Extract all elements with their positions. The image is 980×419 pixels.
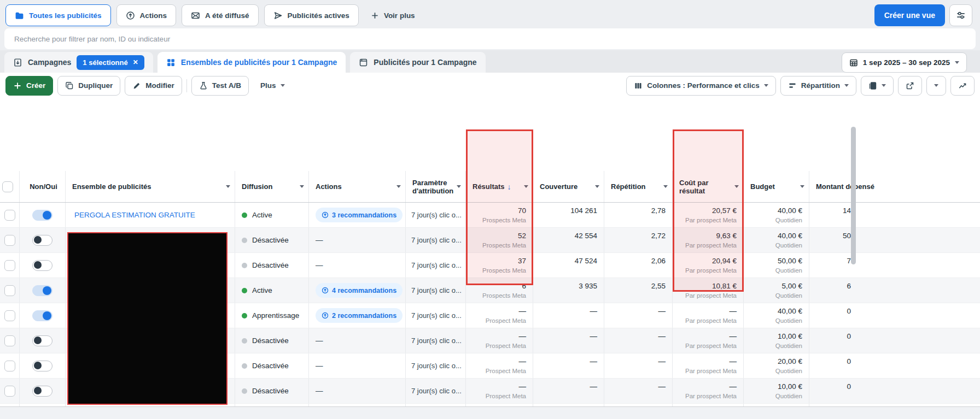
column-header-10[interactable]: Montant dépensé (809, 171, 980, 202)
column-label: Actions (316, 182, 342, 191)
column-header-9[interactable]: Budget (744, 171, 809, 202)
filter-chip-1[interactable]: Actions (116, 4, 177, 26)
campaign-icon (13, 58, 22, 67)
see-more-button[interactable]: Voir plus (364, 4, 422, 26)
row-checkbox[interactable] (4, 260, 15, 271)
search-input[interactable]: Recherche pour filtrer par nom, ID ou in… (4, 28, 976, 49)
create-button[interactable]: Créer (5, 76, 53, 96)
filter-chip-0[interactable]: Toutes les publicités (5, 4, 111, 26)
results-cell-value: — (519, 382, 527, 392)
select-all-checkbox[interactable] (2, 181, 13, 192)
chevron-down-icon[interactable] (396, 185, 401, 188)
row-active-toggle[interactable] (32, 210, 52, 221)
vertical-scrollbar[interactable] (851, 127, 856, 264)
pencil-icon (132, 81, 141, 90)
column-header-4[interactable]: Paramètre d'attribution (406, 171, 466, 202)
create-view-button[interactable]: Créer une vue (874, 4, 945, 26)
reach-cell-value: — (590, 332, 598, 341)
adset-name-link[interactable]: OFFRE PROMOTION (66, 236, 147, 244)
chevron-down-icon[interactable] (524, 185, 528, 188)
cost-per-result-cell-label: Par prospect Meta (685, 266, 737, 275)
column-header-2[interactable]: Diffusion (235, 171, 309, 202)
actions-cell: — (309, 353, 406, 378)
filter-settings-button[interactable] (949, 4, 972, 26)
column-header-5[interactable]: Résultats↓ (466, 171, 533, 202)
actions-cell: — (309, 379, 406, 403)
breakdown-button[interactable]: Répartition (780, 76, 856, 96)
row-checkbox[interactable] (4, 361, 15, 371)
chevron-down-icon[interactable] (800, 185, 804, 188)
column-header-1[interactable]: Ensemble de publicités (66, 171, 235, 202)
status-dot (242, 313, 247, 318)
recommendations-pill[interactable]: 3 recommandations (316, 208, 402, 222)
tab-2[interactable]: Publicités pour 1 Campagne (350, 52, 485, 73)
filter-chip-2[interactable]: A été diffusé (182, 4, 259, 26)
row-active-toggle[interactable] (32, 285, 52, 296)
row-checkbox[interactable] (4, 235, 15, 246)
adset-name-link[interactable]: PERGOLA ESTIMATION GRATUITE (66, 211, 195, 219)
amount-spent-cell: 50 (809, 228, 980, 252)
columns-button[interactable]: Colonnes : Performance et clics (626, 76, 776, 96)
filter-chip-3[interactable]: Publicités actives (264, 4, 359, 26)
column-header-6[interactable]: Couverture (533, 171, 604, 202)
column-header-8[interactable]: Coût par résultat (673, 171, 744, 202)
tab-0[interactable]: Campagnes1 sélectionné✕ (4, 52, 153, 73)
cost-per-result-cell: —Par prospect Meta (673, 303, 744, 328)
column-header-7[interactable]: Répétition (604, 171, 673, 202)
budget-cell: 40,00 €Quotidien (744, 303, 809, 328)
date-range-button[interactable]: 1 sep 2025 – 30 sep 2025 (842, 52, 967, 73)
column-header-3[interactable]: Actions (309, 171, 406, 202)
chevron-down-icon[interactable] (226, 185, 230, 188)
export-icon (906, 81, 914, 90)
row-checkbox[interactable] (4, 285, 15, 296)
row-active-toggle[interactable] (32, 260, 52, 271)
frequency-cell-value: — (658, 306, 666, 316)
actions-cell: — (309, 328, 406, 353)
frequency-cell-value: — (658, 357, 666, 367)
delivery-status: Apprentissage (252, 311, 299, 320)
amount-spent-cell-value: 0 (847, 332, 851, 341)
row-checkbox[interactable] (4, 386, 15, 397)
chevron-down-icon[interactable] (595, 185, 599, 188)
chevron-down-icon[interactable] (300, 185, 304, 188)
empty-value: — (316, 261, 323, 269)
more-button[interactable]: Plus (253, 76, 292, 96)
export-options-button[interactable] (926, 76, 946, 96)
row-active-toggle[interactable] (32, 361, 52, 371)
chevron-down-icon[interactable] (734, 185, 739, 188)
selected-count-badge[interactable]: 1 sélectionné✕ (77, 55, 144, 70)
reports-button[interactable] (861, 76, 894, 96)
cost-per-result-cell-label: Par prospect Meta (685, 341, 737, 350)
charts-button[interactable] (950, 76, 975, 96)
adset-name-link[interactable]: PERGOLA FINANCEMENT (66, 261, 165, 269)
row-checkbox[interactable] (4, 335, 15, 346)
table-row: RETARGETTINGActive4 recommandations7 jou… (0, 278, 980, 303)
chevron-down-icon[interactable] (663, 185, 668, 188)
chevron-down-icon[interactable] (457, 185, 461, 188)
edit-button[interactable]: Modifier (125, 76, 182, 96)
row-checkbox[interactable] (4, 310, 15, 321)
adset-name-link[interactable]: RETARGETTING (66, 286, 132, 294)
tab-1[interactable]: Ensembles de publicités pour 1 Campagne (158, 52, 346, 73)
cost-per-result-cell: 20,94 €Par prospect Meta (673, 253, 744, 278)
adset-name-cell: OFFRE PROMOTION (66, 228, 235, 252)
row-active-toggle[interactable] (32, 235, 52, 246)
recommendations-pill[interactable]: 4 recommandations (316, 283, 402, 298)
sort-desc-icon[interactable]: ↓ (508, 182, 511, 191)
results-cell-value: — (519, 357, 527, 367)
row-active-toggle[interactable] (32, 310, 52, 321)
amount-spent-cell: 0 (809, 328, 980, 353)
export-button[interactable] (898, 76, 922, 96)
recommendations-pill[interactable]: 2 recommandations (316, 308, 402, 323)
cost-per-result-cell: 10,81 €Par prospect Meta (673, 278, 744, 303)
ab-test-button[interactable]: Test A/B (191, 76, 249, 96)
amount-spent-cell-value: 0 (847, 357, 851, 367)
close-icon[interactable]: ✕ (133, 58, 138, 66)
budget-cell: 40,00 €Quotidien (744, 228, 809, 252)
row-active-toggle[interactable] (32, 386, 52, 397)
duplicate-button[interactable]: Dupliquer (57, 76, 120, 96)
delivery-cell: Active (235, 203, 309, 227)
results-cell-value: 6 (522, 281, 526, 291)
row-active-toggle[interactable] (32, 335, 52, 346)
row-checkbox[interactable] (4, 210, 15, 221)
